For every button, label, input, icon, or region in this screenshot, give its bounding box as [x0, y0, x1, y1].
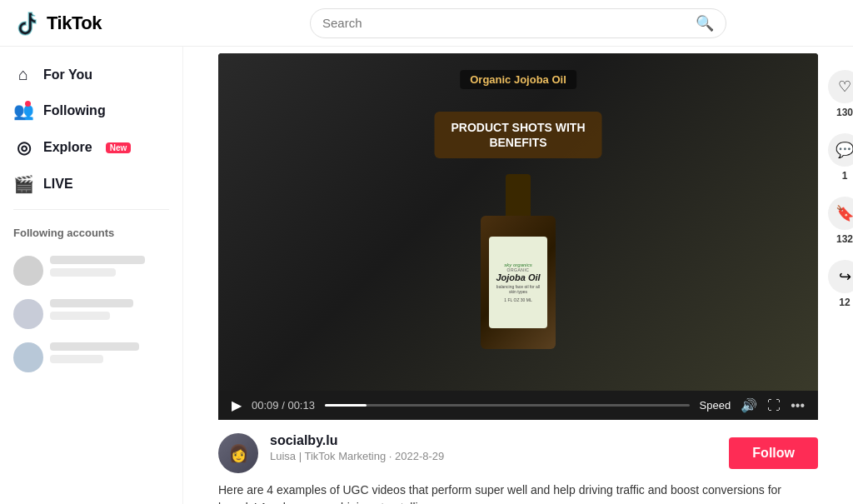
- fullscreen-icon[interactable]: ⛶: [767, 398, 781, 413]
- overlay-title: Organic Jojoba Oil: [460, 70, 576, 89]
- bottle-body: sky organics ORGANIC Jojoba Oil balancin…: [481, 216, 556, 349]
- comment-count: 1: [842, 170, 848, 182]
- share-action[interactable]: ↪ 12: [828, 260, 853, 308]
- username[interactable]: socialby.lu: [270, 433, 717, 448]
- account-info: [50, 299, 169, 329]
- video-container: Organic Jojoba Oil PRODUCT SHOTS WITH BE…: [218, 47, 818, 504]
- sidebar-item-label: For You: [43, 67, 92, 82]
- bottle-title: Jojoba Oil: [496, 272, 540, 282]
- search-bar: 🔍: [310, 8, 726, 38]
- home-icon: ⌂: [13, 65, 33, 84]
- post-info: 👩 socialby.lu Luisa | TikTok Marketing ·…: [218, 420, 818, 473]
- product-visual: sky organics ORGANIC Jojoba Oil balancin…: [481, 174, 556, 341]
- more-link[interactable]: more: [441, 501, 467, 504]
- overlay-box-line1: PRODUCT SHOTS WITH: [451, 120, 586, 135]
- sidebar-item-label: LIVE: [43, 177, 73, 192]
- comment-icon: 💬: [828, 133, 853, 167]
- overlay-box-line2: BENEFITS: [451, 135, 586, 150]
- more-options-icon[interactable]: •••: [791, 398, 805, 413]
- search-input[interactable]: [322, 16, 689, 30]
- like-count: 130: [836, 107, 853, 118]
- sub-line: [50, 312, 110, 320]
- share-icon: ↪: [828, 260, 853, 293]
- account-info: [50, 256, 169, 286]
- sidebar-item-live[interactable]: 🎬 LIVE: [0, 166, 182, 202]
- name-line: [50, 342, 139, 351]
- overlay-box: PRODUCT SHOTS WITH BENEFITS: [435, 112, 602, 158]
- sidebar-divider: [13, 209, 169, 210]
- sub-line: [50, 355, 103, 363]
- post-caption: Here are 4 examples of UGC videos that p…: [218, 473, 818, 504]
- bookmark-icon: 🔖: [828, 197, 853, 230]
- sidebar-item-for-you[interactable]: ⌂ For You: [0, 57, 182, 92]
- video-controls: ▶ 00:09 / 00:13 Speed 🔊 ⛶ •••: [218, 391, 818, 420]
- poster-meta: Luisa | TikTok Marketing · 2022-8-29: [270, 450, 717, 462]
- notification-dot: [25, 101, 31, 107]
- bottle-size: 1 FL OZ 30 ML: [504, 297, 531, 302]
- heart-icon: ♡: [828, 70, 853, 103]
- bottle-label: sky organics ORGANIC Jojoba Oil balancin…: [489, 237, 547, 328]
- sidebar-item-following[interactable]: 👥 Following: [0, 92, 182, 129]
- name-line: [50, 256, 145, 264]
- bookmark-count: 132: [836, 233, 853, 245]
- tiktok-logo-icon: [13, 10, 40, 37]
- avatar-placeholder: [13, 299, 43, 329]
- sidebar-item-label: Following: [43, 103, 106, 118]
- search-icon[interactable]: 🔍: [696, 14, 714, 32]
- bottle-subtitle: balancing face oil for all skin types: [492, 284, 544, 294]
- caption-text: Here are 4 examples of UGC videos that p…: [218, 483, 781, 504]
- account-placeholder-3: [0, 336, 182, 379]
- speed-button[interactable]: Speed: [700, 399, 731, 412]
- account-info: [50, 342, 169, 372]
- name-line: [50, 299, 133, 307]
- live-icon: 🎬: [13, 174, 33, 194]
- follow-button[interactable]: Follow: [729, 437, 818, 469]
- explore-icon: ◎: [13, 137, 33, 157]
- account-placeholder-1: [0, 249, 182, 292]
- account-placeholder-2: [0, 292, 182, 336]
- video-outer: Organic Jojoba Oil PRODUCT SHOTS WITH BE…: [218, 53, 818, 420]
- video-player[interactable]: Organic Jojoba Oil PRODUCT SHOTS WITH BE…: [218, 53, 818, 391]
- avatar-placeholder: [13, 256, 43, 286]
- product-bottle: sky organics ORGANIC Jojoba Oil balancin…: [481, 174, 556, 341]
- like-action[interactable]: ♡ 130: [828, 70, 853, 118]
- video-actions: ♡ 130 💬 1 🔖 132 ↪ 12: [828, 70, 853, 308]
- time-display: 00:09 / 00:13: [252, 399, 315, 412]
- avatar-placeholder: [13, 342, 43, 372]
- poster-details: socialby.lu Luisa | TikTok Marketing · 2…: [270, 433, 717, 462]
- sidebar: ⌂ For You 👥 Following ◎ Explore New 🎬 LI…: [0, 47, 183, 504]
- comment-action[interactable]: 💬 1: [828, 133, 853, 182]
- progress-bar[interactable]: [325, 404, 690, 407]
- bookmark-action[interactable]: 🔖 132: [828, 197, 853, 245]
- logo-text: TikTok: [47, 12, 102, 34]
- content-area: Organic Jojoba Oil PRODUCT SHOTS WITH BE…: [183, 47, 853, 504]
- bottle-cap: [506, 174, 531, 216]
- new-badge: New: [106, 142, 132, 153]
- progress-fill: [325, 404, 367, 407]
- sidebar-item-explore[interactable]: ◎ Explore New: [0, 129, 182, 166]
- share-count: 12: [839, 297, 850, 308]
- logo-area: TikTok: [13, 10, 197, 37]
- total-time: 00:13: [287, 399, 315, 412]
- header: TikTok 🔍: [0, 0, 853, 47]
- current-time: 00:09: [252, 399, 279, 412]
- sub-line: [50, 268, 116, 277]
- play-button[interactable]: ▶: [232, 397, 242, 413]
- avatar[interactable]: 👩: [218, 433, 258, 473]
- sidebar-item-label: Explore: [43, 140, 92, 155]
- following-accounts-label: Following accounts: [0, 217, 182, 249]
- volume-icon[interactable]: 🔊: [741, 397, 757, 413]
- main-layout: ⌂ For You 👥 Following ◎ Explore New 🎬 LI…: [0, 47, 853, 504]
